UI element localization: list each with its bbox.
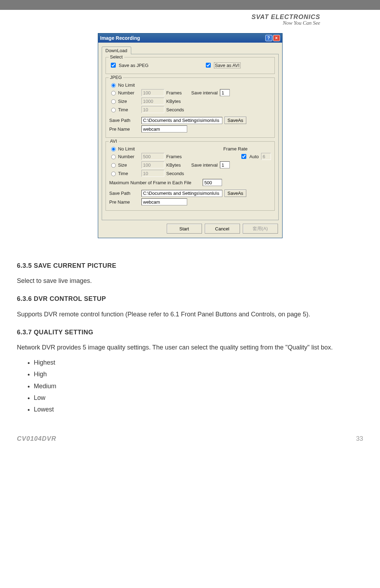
save-jpeg-checkbox[interactable] — [111, 63, 116, 68]
jpeg-legend: JPEG — [109, 75, 124, 80]
avi-savepath-input[interactable] — [141, 190, 222, 197]
avi-prename-label: Pre Name — [109, 199, 130, 205]
apply-button: 套用(A) — [243, 224, 278, 234]
brand-name: SVAT ELECTRONICS — [0, 13, 320, 21]
jpeg-time-radio[interactable] — [111, 108, 116, 112]
save-avi-checkbox[interactable] — [206, 63, 211, 68]
dialog-title: Image Recording — [100, 35, 140, 41]
jpeg-savepath-input[interactable] — [141, 117, 222, 124]
avi-maxframes-label: Maximum Number of Frame in Each File — [109, 180, 191, 185]
jpeg-saveas-button[interactable]: SaveAs — [224, 117, 247, 124]
list-item: High — [34, 370, 363, 379]
avi-time-radio[interactable] — [111, 172, 116, 176]
jpeg-save-interval-input[interactable] — [220, 89, 230, 96]
jpeg-group: JPEG No Limit Number Frames — [106, 78, 275, 138]
tab-panel: Select Save as JPEG Save as AVI JPEG — [102, 54, 279, 220]
section-635-title: 6.3.5 SAVE CURRENT PICTURE — [17, 261, 363, 270]
avi-prename-input[interactable] — [141, 198, 187, 205]
jpeg-number-unit: Frames — [166, 90, 189, 95]
jpeg-prename-label: Pre Name — [109, 126, 130, 132]
jpeg-savepath-label: Save Path — [109, 118, 131, 123]
quality-list: Highest High Medium Low Lowest — [17, 358, 363, 414]
document-body: 6.3.5 SAVE CURRENT PICTURE Select to sav… — [0, 249, 380, 435]
save-jpeg-label: Save as JPEG — [119, 63, 149, 68]
section-636-title: 6.3.6 DVR CONTROL SETUP — [17, 295, 363, 303]
section-637-title: 6.3.7 QUALITY SETTING — [17, 328, 363, 337]
avi-save-interval-label: Save interval — [191, 162, 218, 168]
jpeg-number-input — [141, 89, 164, 96]
cancel-button[interactable]: Cancel — [205, 224, 240, 234]
footer-page: 33 — [356, 435, 363, 442]
avi-savepath-label: Save Path — [109, 191, 131, 196]
avi-size-unit: KBytes — [166, 162, 189, 168]
jpeg-save-interval-label: Save interval — [191, 90, 218, 95]
jpeg-number-label: Number — [118, 90, 134, 95]
page-header: SVAT ELECTRONICS Now You Can See — [0, 10, 380, 26]
select-legend: Select — [109, 54, 124, 60]
close-icon[interactable]: × — [273, 35, 280, 41]
avi-time-input — [141, 170, 164, 177]
avi-auto-checkbox[interactable] — [241, 154, 246, 159]
jpeg-number-radio[interactable] — [111, 91, 116, 95]
avi-number-input — [141, 153, 164, 160]
image-recording-dialog: Image Recording ? × DownLoad Select Save… — [98, 33, 283, 238]
avi-size-label: Size — [118, 162, 127, 168]
avi-saveas-button[interactable]: SaveAs — [224, 190, 247, 197]
avi-group: AVI No Limit Frame Rate Number — [106, 141, 275, 211]
jpeg-size-unit: KBytes — [166, 99, 189, 104]
list-item: Medium — [34, 382, 363, 391]
avi-size-input — [141, 161, 164, 168]
dialog-titlebar[interactable]: Image Recording ? × — [98, 33, 282, 43]
start-button[interactable]: Start — [167, 224, 202, 234]
top-gray-bar — [0, 0, 380, 10]
avi-legend: AVI — [109, 138, 119, 144]
jpeg-nolimit-label: No Limit — [118, 82, 135, 88]
jpeg-size-input — [141, 98, 164, 105]
tab-download[interactable]: DownLoad — [102, 47, 131, 54]
list-item: Highest — [34, 358, 363, 367]
list-item: Low — [34, 394, 363, 402]
footer-model: CV0104DVR — [17, 435, 56, 442]
avi-save-interval-input[interactable] — [220, 161, 230, 168]
avi-number-unit: Frames — [166, 154, 189, 159]
select-group: Select Save as JPEG Save as AVI — [106, 57, 275, 74]
dialog-wrapper: Image Recording ? × DownLoad Select Save… — [98, 33, 283, 238]
jpeg-time-input — [141, 106, 164, 113]
section-635-body: Select to save live images. — [17, 277, 363, 285]
page-footer: CV0104DVR 33 — [0, 435, 380, 453]
section-636-body: Supports DVR remote control function (Pl… — [17, 310, 363, 319]
avi-auto-label: Auto — [249, 154, 259, 159]
jpeg-prename-input[interactable] — [141, 125, 187, 132]
avi-nolimit-label: No Limit — [118, 146, 135, 151]
jpeg-time-label: Time — [118, 107, 128, 112]
avi-number-label: Number — [118, 154, 134, 159]
brand-tagline: Now You Can See — [0, 20, 320, 26]
list-item: Lowest — [34, 405, 363, 414]
avi-size-radio[interactable] — [111, 163, 116, 168]
jpeg-time-unit: Seconds — [166, 107, 189, 112]
avi-nolimit-radio[interactable] — [111, 147, 116, 151]
jpeg-size-radio[interactable] — [111, 99, 116, 104]
avi-framerate-label: Frame Rate — [223, 146, 248, 151]
avi-maxframes-input[interactable] — [203, 179, 222, 186]
jpeg-size-label: Size — [118, 99, 127, 104]
section-637-body: Network DVR provides 5 image quality set… — [17, 343, 363, 352]
avi-number-radio[interactable] — [111, 155, 116, 159]
avi-framerate-input — [261, 153, 271, 160]
avi-time-unit: Seconds — [166, 171, 189, 176]
jpeg-nolimit-radio[interactable] — [111, 83, 116, 88]
save-avi-label: Save as AVI — [214, 62, 241, 68]
avi-time-label: Time — [118, 171, 128, 176]
dialog-button-row: Start Cancel 套用(A) — [98, 220, 282, 238]
help-icon[interactable]: ? — [265, 35, 272, 41]
